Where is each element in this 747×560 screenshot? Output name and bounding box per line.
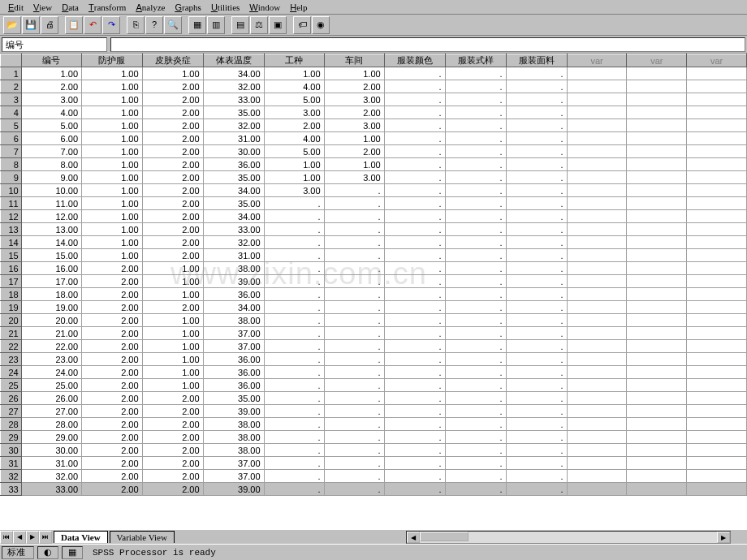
cell[interactable] (627, 145, 687, 158)
cell[interactable]: 2.00 (264, 119, 324, 132)
menu-transform[interactable]: Transform (84, 1, 131, 14)
cell[interactable]: 1.00 (82, 158, 143, 171)
cell[interactable]: . (324, 366, 384, 379)
row-header[interactable]: 31 (1, 457, 22, 470)
cell[interactable] (567, 210, 627, 223)
cell[interactable] (627, 431, 687, 444)
cell[interactable]: . (264, 301, 324, 314)
cell[interactable]: . (324, 184, 384, 197)
cell[interactable]: . (445, 119, 506, 132)
cell[interactable]: 36.00 (203, 288, 264, 301)
cell[interactable] (687, 145, 747, 158)
cell[interactable]: 2.00 (82, 366, 143, 379)
cell[interactable]: 12.00 (21, 210, 81, 223)
scroll-right-button[interactable]: ▶ (717, 532, 730, 543)
cell[interactable]: . (264, 275, 324, 288)
cell[interactable]: 2.00 (82, 418, 143, 431)
cell[interactable]: 3.00 (324, 171, 384, 184)
cell[interactable]: 1.00 (82, 223, 143, 236)
cell[interactable] (627, 379, 687, 392)
cell[interactable]: . (384, 483, 445, 496)
cell[interactable] (567, 67, 627, 80)
cell[interactable]: 15.00 (21, 249, 81, 262)
cell[interactable] (627, 132, 687, 145)
cell[interactable]: 1.00 (82, 184, 143, 197)
cell[interactable]: . (264, 366, 324, 379)
cell[interactable] (627, 418, 687, 431)
cell[interactable]: 2.00 (21, 80, 81, 93)
cell[interactable] (687, 236, 747, 249)
row-header[interactable]: 9 (1, 171, 22, 184)
cell[interactable] (627, 171, 687, 184)
cell[interactable]: . (324, 197, 384, 210)
cell[interactable] (687, 418, 747, 431)
cell[interactable] (627, 457, 687, 470)
cell[interactable]: . (264, 210, 324, 223)
cell[interactable]: . (445, 327, 506, 340)
cell[interactable]: . (506, 301, 567, 314)
variables-button[interactable]: ? (145, 16, 163, 34)
cell[interactable]: 1.00 (142, 353, 203, 366)
cell[interactable]: 8.00 (21, 158, 81, 171)
cell[interactable]: . (324, 210, 384, 223)
cell[interactable]: . (506, 405, 567, 418)
cell[interactable]: . (384, 158, 445, 171)
cell[interactable]: . (384, 210, 445, 223)
cell[interactable]: 1.00 (82, 197, 143, 210)
cell[interactable]: . (445, 145, 506, 158)
cell[interactable]: . (506, 353, 567, 366)
cell[interactable]: . (324, 444, 384, 457)
cell[interactable]: . (384, 405, 445, 418)
cell[interactable]: . (264, 288, 324, 301)
cell[interactable]: 1.00 (82, 210, 143, 223)
cell[interactable]: 2.00 (142, 444, 203, 457)
cell[interactable]: . (324, 431, 384, 444)
cell[interactable]: . (384, 262, 445, 275)
row-header[interactable]: 32 (1, 470, 22, 483)
cell[interactable] (687, 197, 747, 210)
cell[interactable]: . (264, 457, 324, 470)
cell[interactable] (687, 444, 747, 457)
cell[interactable]: 2.00 (82, 444, 143, 457)
cell[interactable]: . (506, 483, 567, 496)
cell[interactable]: . (506, 262, 567, 275)
cell[interactable] (567, 145, 627, 158)
cell[interactable]: 35.00 (203, 106, 264, 119)
cell[interactable]: 32.00 (203, 119, 264, 132)
cell[interactable]: 13.00 (21, 223, 81, 236)
open-button[interactable]: 📂 (3, 16, 21, 34)
cell[interactable]: . (445, 366, 506, 379)
cell[interactable]: 35.00 (203, 392, 264, 405)
cell[interactable]: . (506, 327, 567, 340)
cell[interactable]: 1.00 (82, 80, 143, 93)
cell[interactable]: . (506, 80, 567, 93)
cell[interactable]: 21.00 (21, 327, 81, 340)
cell[interactable]: . (384, 80, 445, 93)
cell[interactable]: . (384, 184, 445, 197)
cell[interactable]: 10.00 (21, 184, 81, 197)
cell[interactable]: 31.00 (21, 457, 81, 470)
cell[interactable] (687, 171, 747, 184)
row-header[interactable]: 12 (1, 210, 22, 223)
cell[interactable]: 2.00 (82, 327, 143, 340)
cell[interactable] (627, 119, 687, 132)
cell[interactable]: 6.00 (21, 132, 81, 145)
column-header[interactable]: 体表温度 (203, 54, 264, 67)
cell[interactable]: . (264, 470, 324, 483)
cell[interactable]: 2.00 (82, 275, 143, 288)
cell[interactable] (567, 366, 627, 379)
cell[interactable]: 4.00 (21, 106, 81, 119)
menu-graphs[interactable]: Graphs (170, 1, 205, 14)
cell[interactable]: 1.00 (82, 93, 143, 106)
cell-value-box[interactable] (110, 37, 745, 52)
cell[interactable]: . (264, 405, 324, 418)
row-header[interactable]: 3 (1, 93, 22, 106)
cell[interactable] (687, 379, 747, 392)
cell[interactable] (567, 392, 627, 405)
cell[interactable]: . (264, 223, 324, 236)
cell[interactable]: . (506, 236, 567, 249)
tab-variable-view[interactable]: Variable View (110, 531, 175, 543)
tab-data-view[interactable]: Data View (54, 531, 108, 543)
cell[interactable]: 16.00 (21, 262, 81, 275)
cell[interactable]: . (324, 405, 384, 418)
